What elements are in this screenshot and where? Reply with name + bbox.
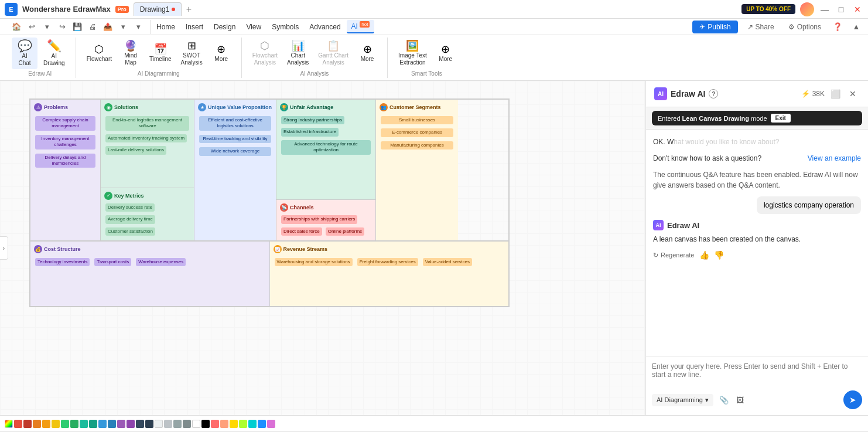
- view-example-link[interactable]: View an example: [808, 153, 861, 164]
- menu-insert[interactable]: Insert: [181, 21, 208, 33]
- ribbon-more-smart[interactable]: ⊕ More: [433, 42, 459, 65]
- color-swatch-25[interactable]: [239, 420, 247, 428]
- ribbon-group-diagramming: ⬡ Flowchart 🔮 MindMap 📅 Timeline ⊞ SWOTA…: [76, 38, 242, 78]
- maximize-button[interactable]: □: [835, 4, 847, 15]
- menu-design[interactable]: Design: [209, 21, 240, 33]
- ai-send-button[interactable]: ➤: [843, 390, 862, 409]
- canvas-area[interactable]: › ⚠ Problems Complex supply chain manage…: [0, 81, 645, 415]
- attachment-icon[interactable]: 📎: [717, 393, 731, 407]
- color-swatch-6[interactable]: [61, 420, 69, 428]
- color-swatch-4[interactable]: [42, 420, 50, 428]
- ribbon-mindmap[interactable]: 🔮 MindMap: [118, 38, 143, 69]
- ribbon-chart-analysis[interactable]: 📊 ChartAnalysis: [283, 38, 312, 69]
- ribbon-ai-chat[interactable]: 💬 AIChat: [12, 38, 37, 69]
- color-swatch-27[interactable]: [258, 420, 266, 428]
- menu-advanced[interactable]: Advanced: [305, 21, 345, 33]
- ribbon-flowchart[interactable]: ⬡ Flowchart: [83, 42, 115, 65]
- color-swatch-12[interactable]: [117, 420, 125, 428]
- color-swatch-10[interactable]: [98, 420, 107, 428]
- close-button[interactable]: ✕: [852, 4, 863, 15]
- color-swatch-24[interactable]: [230, 420, 238, 428]
- color-swatch-20[interactable]: [192, 420, 200, 428]
- more-analysis-icon: ⊕: [363, 44, 372, 55]
- ai-help-icon[interactable]: ?: [709, 89, 718, 98]
- ribbon-more-analysis[interactable]: ⊕ More: [354, 42, 380, 65]
- color-swatch-19[interactable]: [183, 420, 191, 428]
- color-swatch-13[interactable]: [127, 420, 135, 428]
- color-swatch-18[interactable]: [173, 420, 182, 428]
- color-swatch-1[interactable]: [14, 420, 22, 428]
- color-swatch-7[interactable]: [70, 420, 78, 428]
- share-button[interactable]: ↗ Share: [743, 21, 779, 33]
- ai-mode-selector[interactable]: AI Diagramming ▾: [652, 394, 713, 406]
- export-dropdown[interactable]: ▾: [116, 20, 130, 34]
- color-swatch-21[interactable]: [201, 420, 210, 428]
- mode-selector-chevron: ▾: [705, 396, 709, 404]
- minimize-button[interactable]: —: [819, 4, 831, 15]
- segment-tag-1: Small businesses: [381, 116, 453, 124]
- ribbon-edrawai-items: 💬 AIChat ✏️ AIDrawing: [12, 38, 69, 69]
- ribbon-ai-drawing[interactable]: ✏️ AIDrawing: [40, 38, 69, 69]
- more-analysis-label: More: [361, 56, 374, 63]
- ribbon-swot[interactable]: ⊞ SWOTAnalysis: [177, 38, 206, 69]
- bot-name: Edraw AI: [667, 221, 699, 230]
- thumbdown-button[interactable]: 👎: [714, 250, 724, 260]
- solution-tag-2: Automated inventory tracking system: [105, 134, 187, 142]
- color-swatch-22[interactable]: [211, 420, 219, 428]
- undo-button[interactable]: ↩: [25, 20, 39, 34]
- tab-add-button[interactable]: +: [183, 4, 194, 15]
- ai-logo-icon: AI: [654, 87, 667, 100]
- ai-panel: AI Edraw AI ? ⚡ 38K ⬜ ✕ Entered Lean Can…: [645, 81, 868, 415]
- color-swatch-17[interactable]: [164, 420, 172, 428]
- color-swatch-28[interactable]: [267, 420, 275, 428]
- color-swatch-23[interactable]: [220, 420, 228, 428]
- color-swatch-16[interactable]: [155, 420, 163, 428]
- sale-badge[interactable]: UP TO 40% OFF: [741, 4, 795, 14]
- ai-query-input[interactable]: [652, 362, 862, 386]
- color-swatch-3[interactable]: [33, 420, 41, 428]
- publish-button[interactable]: ✈ Publish: [692, 21, 737, 33]
- help-button[interactable]: ❓: [831, 20, 845, 34]
- color-swatch-9[interactable]: [89, 420, 97, 428]
- color-palette-spectrum[interactable]: [5, 420, 13, 428]
- export-button[interactable]: 📤: [101, 20, 115, 34]
- menu-symbols[interactable]: Symbols: [267, 21, 303, 33]
- thumbup-button[interactable]: 👍: [699, 250, 709, 260]
- drawing-tab[interactable]: Drawing1: [134, 2, 182, 16]
- color-swatch-8[interactable]: [80, 420, 88, 428]
- redo-button[interactable]: ↪: [55, 20, 69, 34]
- save-button[interactable]: 💾: [70, 20, 84, 34]
- color-swatch-2[interactable]: [23, 420, 32, 428]
- solution-tag-3: Last-mile delivery solutions: [105, 146, 166, 154]
- color-swatch-5[interactable]: [52, 420, 60, 428]
- menu-view[interactable]: View: [241, 21, 266, 33]
- ribbon-image-text[interactable]: 🖼️ Image TextExtraction: [395, 38, 430, 69]
- ribbon-collapse[interactable]: ▲: [849, 20, 863, 34]
- ai-panel-collapse[interactable]: ✕: [846, 87, 860, 101]
- color-swatch-26[interactable]: [248, 420, 257, 428]
- ribbon-timeline[interactable]: 📅 Timeline: [146, 42, 175, 65]
- user-avatar[interactable]: [800, 2, 814, 16]
- sidebar-collapse-button[interactable]: ›: [0, 236, 8, 260]
- color-swatch-14[interactable]: [136, 420, 144, 428]
- color-swatch-15[interactable]: [145, 420, 153, 428]
- more-quick[interactable]: ▾: [131, 20, 145, 34]
- ribbon-more-diag[interactable]: ⊕ More: [209, 42, 234, 65]
- print-button[interactable]: 🖨: [86, 20, 100, 34]
- channels-tags: Partnerships with shipping carriers Dire…: [280, 214, 372, 237]
- title-bar-left: E Wondershare EdrawMax Pro Drawing1 +: [5, 2, 194, 16]
- advantage-title: Unfair Advantage: [290, 104, 333, 110]
- menu-ai[interactable]: AI hot: [347, 20, 375, 33]
- menu-home[interactable]: Home: [152, 21, 180, 33]
- ai-panel-expand[interactable]: ⬜: [828, 87, 842, 101]
- ai-feedback-row: ↻ Regenerate 👍 👎: [653, 250, 861, 260]
- mode-selector-label: AI Diagramming: [657, 396, 703, 403]
- home-icon[interactable]: 🏠: [9, 20, 23, 34]
- undo-dropdown[interactable]: ▾: [40, 20, 54, 34]
- image-icon[interactable]: 🖼: [733, 393, 747, 407]
- options-button[interactable]: ⚙ Options: [784, 21, 826, 33]
- exit-mode-button[interactable]: Exit: [771, 114, 791, 123]
- regenerate-button[interactable]: ↻ Regenerate: [653, 252, 695, 259]
- color-swatch-11[interactable]: [108, 420, 116, 428]
- problems-tags: Complex supply chain management Inventor…: [34, 115, 97, 169]
